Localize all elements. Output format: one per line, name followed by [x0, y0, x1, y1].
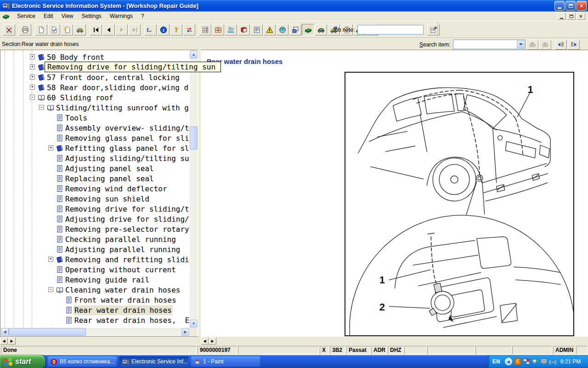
tree-item[interactable]: −60 Sliding roof: [1, 92, 189, 103]
exit-button[interactable]: [3, 24, 15, 35]
expand-icon[interactable]: +: [30, 64, 35, 69]
hide-icons-chevron-icon[interactable]: ◀: [505, 358, 512, 365]
wireless-tray-icon[interactable]: [549, 358, 556, 365]
previous-button[interactable]: [102, 24, 115, 35]
find-up-button[interactable]: [526, 40, 538, 50]
tree-item-label[interactable]: Sliding/tilting sunroof with: [55, 326, 181, 328]
tree-item-label[interactable]: 50 Body front: [46, 52, 105, 62]
tree-item[interactable]: +58 Rear door,sliding door,wing d: [1, 82, 189, 92]
contacts-button[interactable]: [225, 24, 237, 35]
scroll-up-button[interactable]: ▲: [190, 51, 198, 58]
tree-item[interactable]: −Sliding/tilting sunroof with g: [1, 103, 189, 113]
tree-item[interactable]: +Removing and refitting slidi: [1, 254, 189, 264]
restore-button[interactable]: [565, 1, 576, 11]
new-note-button[interactable]: [61, 24, 73, 35]
tree-item-label[interactable]: Removing drive for sliding/t: [64, 204, 189, 214]
language-indicator[interactable]: EN: [492, 358, 500, 365]
taskbar-task-paint[interactable]: 1 - Paint: [191, 356, 260, 367]
warnings-button[interactable]: [263, 24, 276, 35]
menu-edit[interactable]: Edit: [40, 12, 57, 20]
taskbar-task-esi[interactable]: Electronic Service Inf...: [119, 356, 188, 367]
mdi-minimize-button[interactable]: [557, 12, 566, 20]
menu-settings[interactable]: Settings: [78, 12, 106, 20]
tree-item-label[interactable]: Sliding/tilting sunroof with g: [55, 103, 189, 113]
tree-item[interactable]: Replacing panel seal: [1, 173, 189, 184]
history-button[interactable]: t..: [144, 24, 157, 35]
info-button[interactable]: i: [157, 24, 170, 35]
scroll-left-button[interactable]: ◀: [1, 328, 9, 336]
online-button[interactable]: [276, 24, 288, 35]
expand-icon[interactable]: +: [30, 54, 35, 59]
tree-item[interactable]: Adjusting parallel running: [1, 244, 189, 254]
tree-item[interactable]: Removing pre-selector rotary: [1, 224, 189, 234]
network-error-tray-icon[interactable]: [523, 358, 530, 365]
collapse-icon[interactable]: −: [48, 287, 53, 292]
tree-item-label[interactable]: 57 Front door, central locking: [46, 73, 181, 82]
print-button[interactable]: [19, 24, 31, 35]
scroll-down-button[interactable]: ▼: [190, 320, 198, 328]
tree-item-label[interactable]: Adjusting drive for sliding/: [64, 214, 189, 224]
job-note-input[interactable]: [357, 25, 424, 34]
window-layers-button[interactable]: [289, 24, 301, 35]
tree-item[interactable]: Removing drive for sliding/t: [1, 204, 189, 214]
scroll-thumb[interactable]: [9, 328, 86, 336]
tree-item-label[interactable]: Adjusting panel seal: [64, 164, 155, 173]
tree-item-label[interactable]: Removing guide rail: [64, 275, 150, 285]
combo-dropdown-icon[interactable]: [517, 40, 525, 48]
download-manager-tray-icon[interactable]: [514, 358, 521, 365]
next-button[interactable]: [115, 24, 128, 35]
menu-view[interactable]: View: [57, 12, 78, 20]
menu-service[interactable]: Service: [13, 12, 40, 20]
tree-item-label[interactable]: Rear water drain hoses, E: [74, 316, 189, 325]
volume-tray-icon[interactable]: [531, 358, 539, 365]
tree-horizontal-scrollbar[interactable]: ◀ ▶: [1, 328, 189, 336]
tree-item-selected[interactable]: Rear water drain hoses: [1, 305, 189, 315]
display-tray-icon[interactable]: [540, 358, 548, 365]
tree-item-label[interactable]: Front water drain hoses: [74, 295, 177, 305]
scroll-thumb[interactable]: [190, 126, 198, 150]
close-button[interactable]: ×: [577, 1, 587, 11]
tree-item[interactable]: +Sliding/tilting sunroof with: [1, 325, 189, 328]
tree-item-label[interactable]: Rear water drain hoses: [74, 305, 173, 315]
tree-item-label[interactable]: Tools: [64, 113, 88, 123]
last-button[interactable]: [128, 24, 141, 35]
tree-item[interactable]: Operating without current: [1, 264, 189, 275]
expand-icon[interactable]: +: [48, 145, 53, 150]
tree-item[interactable]: Rear water drain hoses, E: [1, 315, 189, 325]
tree-item[interactable]: Adjusting sliding/tilting su: [1, 153, 189, 163]
expand-icon[interactable]: +: [30, 85, 35, 90]
scroll-right-button[interactable]: ▶: [181, 328, 189, 336]
menu-[interactable]: ?: [137, 12, 148, 20]
tree-item-label[interactable]: Removing sun shield: [64, 194, 150, 204]
tree-item-label[interactable]: Adjusting parallel running: [64, 245, 181, 254]
tree-item[interactable]: Removing wind deflector: [1, 184, 189, 194]
tab-scroll-right-icon[interactable]: ▶: [8, 337, 16, 345]
tree-item-label[interactable]: Operating without current: [64, 265, 177, 275]
new-document-button[interactable]: [35, 24, 47, 35]
tree-item[interactable]: Removing guide rail: [1, 275, 189, 285]
tree-item-label[interactable]: 60 Sliding roof: [46, 93, 114, 103]
tree-item[interactable]: +Refitting glass panel for sl: [1, 143, 189, 153]
tree-item[interactable]: Checking parallel running: [1, 234, 189, 244]
tree-item-label[interactable]: Removing glass panel for sli: [64, 133, 189, 143]
collapse-icon[interactable]: −: [39, 105, 44, 110]
search-item-combobox[interactable]: [453, 40, 526, 49]
goto-previous-list-button[interactable]: [555, 40, 567, 50]
find-down-button[interactable]: [539, 40, 551, 50]
tree-item[interactable]: Adjusting drive for sliding/: [1, 214, 189, 224]
expand-icon[interactable]: +: [48, 257, 53, 262]
tree-item[interactable]: +57 Front door, central locking: [1, 72, 189, 82]
tree-item-label[interactable]: Assembly overview- sliding/t: [64, 123, 189, 133]
tree-vertical-scrollbar[interactable]: ▲ ▼: [190, 51, 198, 328]
collapse-icon[interactable]: −: [30, 95, 35, 100]
document-check-button[interactable]: [48, 24, 60, 35]
vehicle-data-button[interactable]: [315, 24, 327, 35]
tree-item[interactable]: Adjusting panel seal: [1, 163, 189, 173]
tree-item-label[interactable]: Refitting glass panel for sl: [64, 144, 189, 153]
tree-item-label[interactable]: Adjusting sliding/tilting su: [64, 154, 189, 163]
tree-item[interactable]: −Cleaning water drain hoses: [1, 285, 189, 295]
tree-item-label[interactable]: Removing and refitting slidi: [64, 255, 189, 264]
compare-button[interactable]: [183, 24, 195, 35]
goto-next-list-button[interactable]: [568, 40, 580, 50]
tree-item[interactable]: Removing glass panel for sli: [1, 133, 189, 143]
